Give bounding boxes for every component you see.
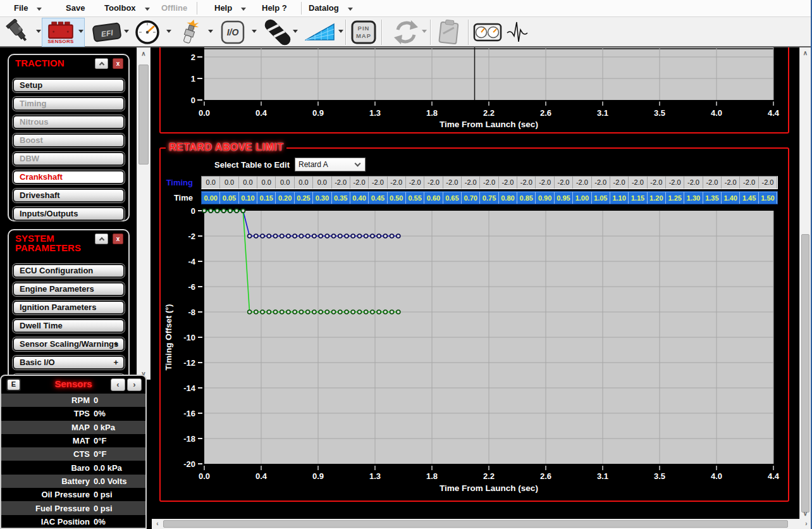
timing-cell[interactable]: -2.0 — [666, 177, 684, 189]
time-cell[interactable]: 1.50 — [759, 192, 777, 204]
time-cell[interactable]: 0.60 — [424, 192, 443, 204]
timing-cell[interactable]: 0.0 — [202, 177, 220, 189]
time-cell[interactable]: 0.05 — [220, 192, 238, 204]
io-dropdown-arrow[interactable] — [252, 30, 257, 33]
menu-item-datalog[interactable]: Datalog — [309, 0, 353, 16]
time-cell[interactable]: 0.30 — [313, 192, 331, 204]
system-close-button[interactable]: x — [113, 233, 123, 244]
sidebar-item-sensor-scaling-warnings[interactable]: Sensor Scaling/Warnings+ — [13, 337, 125, 351]
time-cell[interactable]: 1.00 — [573, 192, 591, 204]
efi-module-button[interactable]: EFI — [92, 19, 122, 46]
timing-cell[interactable]: -2.0 — [480, 177, 498, 189]
fuel-injector-dropdown-arrow[interactable] — [36, 30, 41, 33]
timing-cell[interactable]: -2.0 — [555, 177, 573, 189]
scroll-down-icon[interactable]: ∨ — [800, 510, 811, 517]
time-cell[interactable]: 1.10 — [610, 192, 629, 204]
vertical-scrollbar-thumb[interactable] — [801, 234, 809, 513]
timing-cell[interactable]: -2.0 — [610, 177, 629, 189]
timing-cell[interactable]: 0.0 — [239, 177, 257, 189]
time-cell[interactable]: 0.75 — [480, 192, 498, 204]
timing-cell[interactable]: -2.0 — [424, 177, 443, 189]
timing-cell[interactable]: -2.0 — [350, 177, 369, 189]
menu-item-file[interactable]: File — [14, 0, 42, 16]
traction-grid-button[interactable] — [305, 19, 335, 46]
system-collapse-button[interactable] — [95, 233, 108, 244]
timing-cell[interactable]: -2.0 — [406, 177, 424, 189]
scroll-up-icon[interactable]: ∧ — [137, 50, 150, 57]
time-cell[interactable]: 0.00 — [202, 192, 220, 204]
spark-plug-button[interactable] — [176, 19, 204, 46]
dual-gauges-button[interactable] — [473, 19, 502, 46]
time-cell[interactable]: 0.70 — [462, 192, 480, 204]
sidebar-item-inputs-outputs[interactable]: Inputs/Outputs — [13, 207, 125, 221]
sidebar-item-crankshaft[interactable]: Crankshaft — [13, 170, 125, 184]
timing-cell[interactable]: -2.0 — [759, 177, 777, 189]
timing-cell[interactable]: 0.0 — [295, 177, 313, 189]
timing-cell[interactable]: -2.0 — [462, 177, 480, 189]
time-cell[interactable]: 0.40 — [350, 192, 369, 204]
menu-item-help[interactable]: Help ? — [262, 0, 287, 16]
horizontal-scrollbar-thumb[interactable] — [163, 520, 788, 528]
sidebar-item-ecu-configuration[interactable]: ECU Configuration — [13, 264, 125, 278]
timing-cell[interactable]: -2.0 — [684, 177, 703, 189]
timing-cell[interactable]: -2.0 — [369, 177, 387, 189]
time-cell[interactable]: 0.20 — [276, 192, 294, 204]
scroll-up-icon[interactable]: ∧ — [800, 49, 811, 56]
sensors-prev-button[interactable]: ‹ — [111, 378, 125, 391]
timing-cell[interactable]: -2.0 — [722, 177, 740, 189]
sidebar-item-nitrous[interactable]: Nitrous — [13, 115, 125, 129]
timing-cell[interactable]: -2.0 — [443, 177, 462, 189]
time-cell[interactable]: 0.55 — [406, 192, 424, 204]
time-cell[interactable]: 1.15 — [629, 192, 647, 204]
sidebar-item-boost[interactable]: Boost — [13, 134, 125, 147]
sensors-dropdown-arrow[interactable] — [78, 30, 83, 33]
menu-item-toolbox[interactable]: Toolbox — [104, 0, 150, 16]
menu-item-save[interactable]: Save — [66, 0, 85, 16]
sensors-button[interactable]: SENSORS — [47, 19, 75, 46]
traction-grid-dropdown-arrow[interactable] — [338, 30, 343, 33]
gauge-button[interactable] — [134, 19, 161, 46]
timing-cell[interactable]: 0.0 — [220, 177, 238, 189]
fuel-injector-button[interactable] — [4, 19, 33, 46]
time-cell[interactable]: 1.45 — [740, 192, 758, 204]
tire-dropdown-arrow[interactable] — [293, 30, 298, 33]
io-button[interactable]: I/O — [221, 19, 245, 46]
menu-item-help[interactable]: Help — [214, 0, 246, 16]
time-cell[interactable]: 1.20 — [648, 192, 666, 204]
sidebar-item-timing[interactable]: Timing — [13, 97, 125, 111]
timing-cell[interactable]: -2.0 — [648, 177, 666, 189]
scroll-right-icon[interactable]: › — [802, 520, 811, 527]
sidebar-item-dbw[interactable]: DBW — [13, 152, 125, 166]
sidebar-scrollbar[interactable]: ∧ ∨ — [137, 47, 151, 380]
timing-cell[interactable]: -2.0 — [740, 177, 758, 189]
sidebar-item-basic-i-o[interactable]: Basic I/O+ — [13, 356, 125, 370]
waveform-button[interactable] — [506, 19, 535, 46]
sidebar-item-setup[interactable]: Setup — [13, 78, 125, 92]
time-cell[interactable]: 1.05 — [592, 192, 610, 204]
spark-plug-dropdown-arrow[interactable] — [208, 30, 213, 33]
timing-cell[interactable]: -2.0 — [536, 177, 554, 189]
time-cell[interactable]: 1.25 — [666, 192, 684, 204]
sidebar-scrollbar-thumb[interactable] — [138, 65, 149, 165]
time-cell[interactable]: 0.25 — [295, 192, 313, 204]
timing-cell[interactable]: -2.0 — [517, 177, 536, 189]
time-cell[interactable]: 0.50 — [388, 192, 406, 204]
timing-cell[interactable]: 0.0 — [257, 177, 276, 189]
time-cell[interactable]: 0.15 — [257, 192, 276, 204]
time-cell[interactable]: 0.10 — [239, 192, 257, 204]
time-cell[interactable]: 0.95 — [555, 192, 573, 204]
timing-cell[interactable]: -2.0 — [499, 177, 517, 189]
timing-cell[interactable]: -2.0 — [703, 177, 722, 189]
sidebar-item-driveshaft[interactable]: Driveshaft — [13, 189, 125, 202]
timing-cell[interactable]: -2.0 — [629, 177, 647, 189]
time-cell[interactable]: 0.65 — [443, 192, 462, 204]
tire-button[interactable] — [263, 19, 292, 46]
time-cell[interactable]: 0.90 — [536, 192, 554, 204]
sidebar-item-ignition-parameters[interactable]: Ignition Parameters — [13, 301, 125, 314]
efi-module-dropdown-arrow[interactable] — [124, 30, 129, 33]
traction-collapse-button[interactable] — [95, 58, 108, 69]
main-horizontal-scrollbar[interactable]: ‹ › — [152, 519, 812, 529]
time-cell[interactable]: 1.30 — [684, 192, 703, 204]
time-cell[interactable]: 1.40 — [722, 192, 740, 204]
timing-cell[interactable]: -2.0 — [332, 177, 350, 189]
